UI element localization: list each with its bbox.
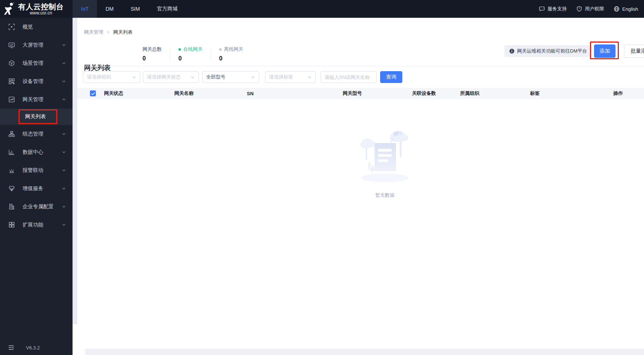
globe-icon bbox=[614, 6, 620, 12]
check-icon bbox=[91, 92, 95, 95]
table-header-row: 网关状态 网关名称 SN 网关型号 关联设备数 所属组织 标签 操作 bbox=[77, 88, 644, 99]
permissions-label: 用户权限 bbox=[585, 6, 604, 12]
tab-sim[interactable]: SIM bbox=[122, 0, 148, 18]
select-all-checkbox[interactable] bbox=[90, 90, 96, 96]
col-gateway-model: 网关型号 bbox=[343, 90, 412, 97]
gateway-status-select[interactable]: 请选择网关状态 bbox=[143, 71, 199, 83]
gateway-stats: 网关总数 0 在线网关 0 离线网关 0 bbox=[142, 46, 243, 62]
tab-dm[interactable]: DM bbox=[97, 0, 122, 18]
dm-platform-notice: 网关运维相关功能可前往DM平台 bbox=[504, 45, 592, 57]
stat-offline-label: 离线网关 bbox=[224, 46, 243, 53]
sidebar-item-label: 网关管理 bbox=[23, 96, 62, 103]
sidebar-footer: V6.3.2 bbox=[0, 342, 73, 353]
col-organization: 所属组织 bbox=[460, 90, 530, 97]
configuration-nodes-icon bbox=[9, 131, 15, 137]
tag-select[interactable]: 请选择标签 bbox=[265, 71, 316, 83]
chevron-up-icon bbox=[62, 97, 66, 102]
permissions-menu[interactable]: 用户权限 bbox=[576, 6, 604, 12]
status-select-placeholder: 请选择网关状态 bbox=[147, 74, 181, 80]
breadcrumb-parent[interactable]: 网关管理 bbox=[84, 29, 103, 36]
sidebar-item-label: 报警联动 bbox=[23, 167, 62, 174]
dm-notice-text: 网关运维相关功能可前往DM平台 bbox=[517, 48, 587, 54]
model-select-value: 全部型号 bbox=[206, 74, 225, 80]
platform-tabs: IoT DM SIM 官方商城 bbox=[73, 0, 186, 18]
col-gateway-name: 网关名称 bbox=[174, 90, 247, 97]
support-menu[interactable]: 服务支持 bbox=[539, 6, 567, 12]
breadcrumb-separator: > bbox=[107, 30, 110, 35]
collapse-sidebar-icon[interactable] bbox=[8, 345, 14, 350]
query-button[interactable]: 查询 bbox=[380, 71, 402, 83]
sidebar-item-extensions[interactable]: 扩展功能 bbox=[0, 216, 73, 234]
sidebar-item-alarm-linkage[interactable]: 报警联动 bbox=[0, 161, 73, 179]
sn-search-input[interactable] bbox=[321, 71, 377, 83]
grid-icon bbox=[9, 222, 15, 228]
empty-text: 暂无数据 bbox=[322, 192, 448, 199]
sidebar-item-label: 增值服务 bbox=[23, 185, 62, 192]
stat-offline-value: 0 bbox=[219, 55, 243, 62]
col-linked-devices: 关联设备数 bbox=[412, 90, 460, 97]
add-button[interactable]: 添加 bbox=[594, 44, 616, 58]
tab-iot[interactable]: IoT bbox=[73, 0, 97, 18]
filter-bar: 请选择组织 请选择网关状态 全部型号 请选择标签 查询 bbox=[77, 71, 644, 83]
sidebar-item-screen-mgmt[interactable]: 大屏管理 bbox=[0, 36, 73, 54]
chat-icon bbox=[539, 6, 545, 12]
sidebar-item-device-mgmt[interactable]: 设备管理 bbox=[0, 72, 73, 90]
stat-total: 网关总数 0 bbox=[142, 46, 162, 62]
support-label: 服务支持 bbox=[547, 6, 567, 12]
gem-shield-icon bbox=[9, 185, 15, 192]
bottom-scroll-strip bbox=[85, 349, 644, 355]
breadcrumb: 网关管理 > 网关列表 bbox=[84, 29, 133, 36]
online-dot bbox=[178, 48, 181, 51]
chevron-down-icon bbox=[62, 186, 66, 190]
chevron-down-icon bbox=[308, 75, 312, 79]
model-select[interactable]: 全部型号 bbox=[202, 71, 259, 83]
col-tags: 标签 bbox=[530, 90, 613, 97]
sidebar-item-value-added[interactable]: 增值服务 bbox=[0, 179, 73, 198]
stat-total-label: 网关总数 bbox=[142, 46, 162, 53]
sidebar-item-enterprise-config[interactable]: 企业专属配置 bbox=[0, 198, 73, 216]
chevron-down-icon bbox=[62, 132, 66, 136]
bar-chart-icon bbox=[9, 149, 15, 155]
shield-icon bbox=[576, 6, 582, 12]
sidebar-item-config-mgmt[interactable]: 组态管理 bbox=[0, 125, 73, 143]
sidebar-item-scene-mgmt[interactable]: 场景管理 bbox=[0, 54, 73, 72]
col-actions: 操作 bbox=[613, 90, 644, 97]
chevron-down-icon bbox=[62, 205, 66, 209]
sidebar-subitem-label: 网关列表 bbox=[25, 113, 46, 120]
stat-online-label: 在线网关 bbox=[183, 46, 202, 53]
col-gateway-status: 网关状态 bbox=[104, 90, 174, 97]
scene-icon bbox=[9, 60, 15, 66]
sidebar-item-data-center[interactable]: 数据中心 bbox=[0, 143, 73, 161]
logo: 有人云控制台 www.usr.cn bbox=[0, 0, 73, 18]
topbar: 有人云控制台 www.usr.cn IoT DM SIM 官方商城 服务支持 用… bbox=[0, 0, 644, 18]
chevron-down-icon bbox=[62, 150, 66, 154]
chevron-down-icon bbox=[62, 61, 66, 65]
sidebar-item-label: 组态管理 bbox=[23, 131, 62, 137]
header-divider bbox=[77, 66, 644, 66]
language-label: English bbox=[622, 6, 638, 12]
sidebar-item-label: 大屏管理 bbox=[23, 42, 62, 49]
language-switch[interactable]: English bbox=[614, 6, 638, 12]
building-icon bbox=[9, 203, 15, 210]
chevron-down-icon bbox=[62, 79, 66, 83]
overview-icon bbox=[9, 24, 15, 30]
sidebar-item-gateway-mgmt[interactable]: 网关管理 bbox=[0, 90, 73, 109]
empty-illustration bbox=[352, 129, 418, 185]
sidebar-item-gateway-list[interactable]: 网关列表 bbox=[0, 109, 73, 125]
screen-icon bbox=[9, 42, 15, 48]
sidebar-item-label: 概览 bbox=[23, 24, 66, 30]
stat-divider bbox=[170, 47, 170, 61]
chevron-down-icon bbox=[251, 75, 255, 79]
tag-select-placeholder: 请选择标签 bbox=[269, 74, 293, 80]
device-icon bbox=[9, 78, 15, 84]
batch-add-button[interactable]: 批量添加 bbox=[624, 44, 644, 58]
stat-online: 在线网关 0 bbox=[178, 46, 202, 62]
sidebar-item-label: 设备管理 bbox=[23, 78, 62, 85]
chevron-down-icon bbox=[191, 75, 195, 79]
sidebar-item-label: 企业专属配置 bbox=[23, 203, 62, 210]
org-select[interactable]: 请选择组织 bbox=[83, 71, 140, 83]
chevron-down-icon bbox=[62, 43, 66, 47]
sidebar-item-overview[interactable]: 概览 bbox=[0, 18, 73, 36]
tab-mall[interactable]: 官方商城 bbox=[148, 0, 186, 18]
topbar-right: 服务支持 用户权限 English bbox=[529, 0, 644, 18]
